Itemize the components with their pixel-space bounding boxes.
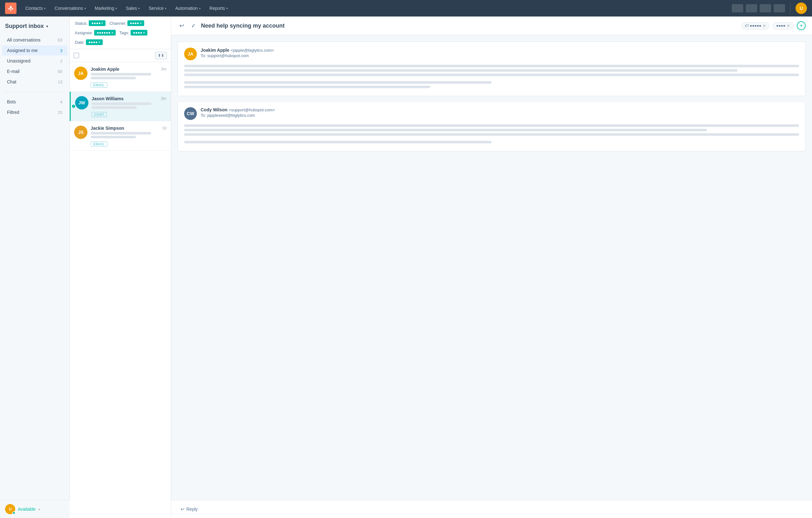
sender-name: Joakim Apple <japple@biglytics.com> <box>201 48 799 53</box>
user-status-avatar: U <box>5 504 15 514</box>
topnav-tool-1[interactable] <box>732 4 743 12</box>
message-body <box>184 124 799 143</box>
channel-filter-pill[interactable]: ●●●● ▾ <box>127 20 144 26</box>
conversation-toolbar: ⬆⬇ <box>70 49 171 62</box>
conversation-time: 2hr <box>161 97 166 101</box>
message-text-line <box>184 74 799 76</box>
sidebar-item-assigned-to-me[interactable]: Assigned to me 3 <box>2 45 67 55</box>
top-navigation: Contacts ▾ Conversations ▾ Marketing ▾ S… <box>0 0 812 17</box>
reply-button[interactable]: ↩ Reply <box>177 505 201 514</box>
conversation-item-body: Joakim Apple 3m EMAIL <box>91 66 166 87</box>
sidebar-footer[interactable]: U Available ▾ <box>0 500 70 518</box>
conversation-item-header: Jason Williams 2hr <box>92 96 166 101</box>
nav-automation[interactable]: Automation ▾ <box>171 4 204 13</box>
tag-pill-2[interactable]: ●●●● ✕ <box>773 22 793 29</box>
nav-sales[interactable]: Sales ▾ <box>122 4 144 13</box>
svg-point-0 <box>10 6 12 8</box>
tag-close-1[interactable]: ✕ <box>762 24 766 28</box>
sidebar-header: Support inbox ▾ <box>0 17 69 33</box>
sidebar-dropdown-icon[interactable]: ▾ <box>46 24 48 29</box>
conversation-item-header: Jackie Simpson 1d <box>91 126 166 131</box>
sidebar-title: Support inbox <box>5 23 44 29</box>
date-filter-pill[interactable]: ●●●● ▾ <box>86 39 103 45</box>
message-card: CW Cody Wilson <support@hubspot.com> To:… <box>177 101 806 151</box>
status-dot <box>12 511 16 515</box>
conversation-item[interactable]: JA Joakim Apple 3m EMAIL <box>70 62 171 92</box>
conversation-tag-email: EMAIL <box>91 141 108 146</box>
message-text-line <box>184 133 799 136</box>
conversation-contact-name: Jason Williams <box>92 96 124 101</box>
nav-marketing[interactable]: Marketing ▾ <box>91 4 121 13</box>
conversation-item-header: Joakim Apple 3m <box>91 66 166 72</box>
reply-icon: ↩ <box>181 507 184 512</box>
tags-filter-pill[interactable]: ●●●● ▾ <box>130 30 147 35</box>
message-to: To: support@hubspot.com <box>201 53 799 58</box>
marketing-arrow-icon: ▾ <box>115 7 117 10</box>
automation-arrow-icon: ▾ <box>199 7 201 10</box>
conversation-item[interactable]: JW Jason Williams 2hr CHAT <box>70 92 171 121</box>
nav-contacts[interactable]: Contacts ▾ <box>22 4 50 13</box>
conversation-contact-name: Jackie Simpson <box>91 126 124 131</box>
contacts-arrow-icon: ▾ <box>44 7 46 10</box>
tag-close-2[interactable]: ✕ <box>787 24 790 28</box>
sender-avatar: CW <box>184 107 197 120</box>
sidebar-item-unassigned[interactable]: Unassigned 2 <box>2 56 67 66</box>
status-filter-pill[interactable]: ●●●● ▾ <box>89 20 106 26</box>
message-to: To: jappleseed@biglytics.com <box>201 113 799 118</box>
sidebar-item-all-conversations[interactable]: All conversations 63 <box>2 35 67 45</box>
service-arrow-icon: ▾ <box>165 7 166 10</box>
assignee-filter-pill[interactable]: ●●●●●● ▾ <box>94 30 116 35</box>
conversation-item[interactable]: JS Jackie Simpson 1d EMAIL <box>70 121 171 151</box>
sort-button[interactable]: ⬆⬇ <box>155 52 167 59</box>
tag-pill-1[interactable]: 🏷 ●●●●● ✕ <box>741 22 770 29</box>
status-filter-arrow: ▾ <box>102 22 103 25</box>
conversation-preview-line-2 <box>91 136 136 138</box>
sender-info: Joakim Apple <japple@biglytics.com> To: … <box>201 48 799 58</box>
reports-arrow-icon: ▾ <box>226 7 228 10</box>
add-tag-button[interactable]: + <box>797 21 806 30</box>
conversation-tag-email: EMAIL <box>91 82 108 87</box>
topnav-tool-4[interactable] <box>774 4 785 12</box>
sidebar-item-filtred[interactable]: Filtred 15 <box>2 107 67 117</box>
tag-icon: 🏷 <box>745 24 749 28</box>
topnav-tool-2[interactable] <box>746 4 757 12</box>
sender-info: Cody Wilson <support@hubspot.com> To: ja… <box>201 107 799 118</box>
sidebar-nav-2: Bots 4 Filtred 15 <box>0 95 69 119</box>
filter-tags: Tags: ●●●● ▾ <box>119 30 147 35</box>
message-card: JA Joakim Apple <japple@biglytics.com> T… <box>177 42 806 96</box>
topnav-divider <box>790 3 790 13</box>
availability-label: Available <box>18 507 36 512</box>
sidebar-item-chat[interactable]: Chat 13 <box>2 77 67 87</box>
message-text-line <box>184 81 492 84</box>
conversation-tag-chat: CHAT <box>92 112 107 117</box>
conversation-time: 3m <box>161 67 166 71</box>
message-sender: CW Cody Wilson <support@hubspot.com> To:… <box>184 107 799 120</box>
svg-point-3 <box>10 10 11 11</box>
conversation-time: 1d <box>162 126 166 130</box>
sidebar-item-bots[interactable]: Bots 4 <box>2 97 67 107</box>
conversation-contact-name: Joakim Apple <box>91 66 119 72</box>
nav-service[interactable]: Service ▾ <box>145 4 170 13</box>
message-text-line <box>184 141 492 143</box>
conversation-preview-line-1 <box>91 132 151 135</box>
message-sender: JA Joakim Apple <japple@biglytics.com> T… <box>184 48 799 60</box>
topnav-tool-3[interactable] <box>760 4 771 12</box>
user-avatar[interactable]: U <box>795 3 807 14</box>
sales-arrow-icon: ▾ <box>138 7 140 10</box>
sidebar-item-email[interactable]: E-mail 50 <box>2 66 67 77</box>
sidebar-nav: All conversations 63 Assigned to me 3 Un… <box>0 33 69 88</box>
messages-area: JA Joakim Apple <japple@biglytics.com> T… <box>171 35 812 500</box>
assignee-filter-arrow: ▾ <box>112 31 113 34</box>
nav-conversations[interactable]: Conversations ▾ <box>51 4 90 13</box>
sidebar-divider <box>5 92 64 92</box>
reply-icon-button[interactable]: ↩ <box>177 21 186 30</box>
topnav-right: U <box>732 3 807 14</box>
nav-reports[interactable]: Reports ▾ <box>206 4 232 13</box>
message-panel-header: ↩ ✓ Need help syncing my account 🏷 ●●●●●… <box>171 17 812 35</box>
check-icon-button[interactable]: ✓ <box>189 21 198 30</box>
select-all-checkbox[interactable] <box>74 53 79 58</box>
filter-assignee: Assignee: ●●●●●● ▾ <box>75 30 116 35</box>
hubspot-logo[interactable] <box>5 3 17 14</box>
filter-status: Status: ●●●● ▾ <box>75 20 106 26</box>
message-text-line <box>184 129 707 131</box>
